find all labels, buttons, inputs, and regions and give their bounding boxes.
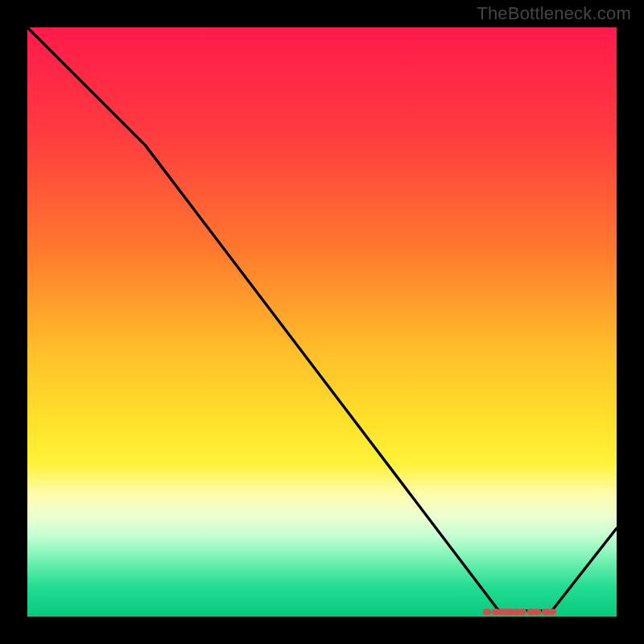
plot-area (27, 27, 617, 617)
chart-curve (27, 27, 617, 611)
highlight-dot (518, 609, 526, 615)
highlight-dot (547, 609, 556, 615)
highlight-dot (533, 609, 542, 615)
chart-svg (27, 27, 617, 617)
watermark-text: TheBottleneck.com (477, 3, 631, 24)
highlight-dot (482, 609, 491, 615)
chart-frame: TheBottleneck.com (0, 0, 644, 644)
highlight-markers (482, 609, 556, 615)
